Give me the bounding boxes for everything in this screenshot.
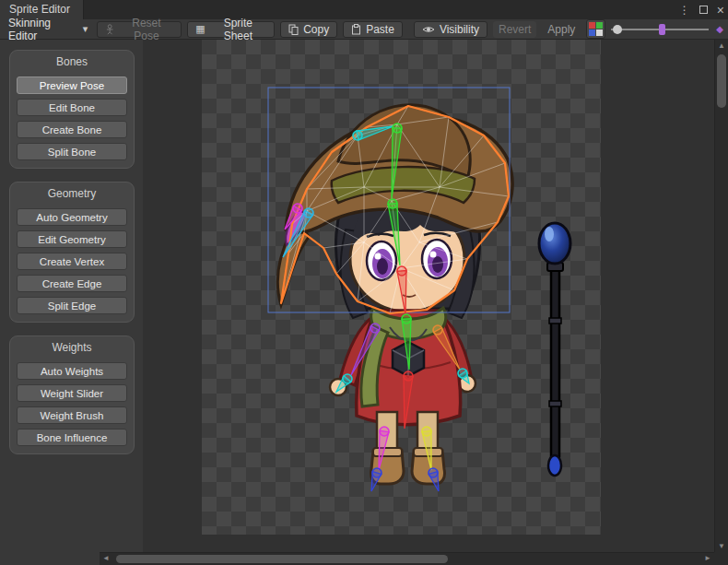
sprite-sheet-button[interactable]: ▦ Sprite Sheet — [187, 21, 275, 38]
close-icon[interactable]: × — [717, 3, 724, 18]
horizontal-scrollbar[interactable]: ◄ ► — [100, 552, 714, 565]
create-edge-button[interactable]: Create Edge — [17, 275, 127, 292]
tool-panel: Bones Preview Pose Edit Bone Create Bone… — [0, 40, 143, 552]
horizontal-scrollbar-thumb[interactable] — [116, 555, 448, 563]
edit-geometry-button[interactable]: Edit Geometry — [17, 230, 127, 248]
mode-dropdown-label: Skinning Editor — [8, 17, 78, 42]
bones-panel-title: Bones — [17, 53, 127, 72]
toolbar: Skinning Editor ▾ Reset Pose ▦ Sprite Sh… — [0, 19, 728, 40]
scroll-down-icon[interactable]: ▼ — [715, 542, 728, 550]
create-vertex-button[interactable]: Create Vertex — [17, 253, 127, 270]
reset-pose-button[interactable]: Reset Pose — [97, 21, 182, 38]
staff-sprite[interactable] — [539, 223, 570, 476]
auto-weights-button[interactable]: Auto Weights — [17, 362, 127, 380]
revert-button[interactable]: Revert — [493, 21, 536, 38]
split-bone-button[interactable]: Split Bone — [17, 143, 127, 160]
sprite-sheet-icon: ▦ — [195, 23, 205, 35]
weight-slider-button[interactable]: Weight Slider — [17, 384, 127, 402]
paste-icon — [351, 24, 361, 35]
eye-icon — [422, 25, 435, 34]
sprite-editor-window: Sprite Editor ⋮ × Skinning Editor ▾ Rese… — [0, 0, 728, 565]
reset-pose-icon — [105, 24, 114, 35]
preview-pose-button[interactable]: Preview Pose — [17, 77, 127, 94]
bone-influence-button[interactable]: Bone Influence — [17, 429, 127, 446]
geometry-panel: Geometry Auto Geometry Edit Geometry Cre… — [9, 182, 135, 323]
overlay-opacity-slider[interactable] — [611, 22, 709, 37]
scroll-left-icon[interactable]: ◄ — [102, 554, 110, 562]
copy-button[interactable]: Copy — [280, 21, 337, 38]
weight-brush-button[interactable]: Weight Brush — [17, 406, 127, 424]
chevron-down-icon: ▾ — [83, 23, 88, 35]
sprite-color-toggle-icon[interactable] — [586, 19, 605, 39]
vertical-scrollbar[interactable]: ▲ ▼ — [714, 40, 728, 552]
scroll-right-icon[interactable]: ► — [704, 554, 711, 562]
vertical-scrollbar-thumb[interactable] — [717, 54, 726, 108]
purple-marker-icon: ◆ — [716, 24, 723, 34]
visibility-button[interactable]: Visibility — [414, 21, 487, 38]
copy-icon — [288, 24, 299, 35]
weights-panel-title: Weights — [17, 339, 127, 358]
scroll-up-icon[interactable]: ▲ — [715, 41, 728, 50]
maximize-icon[interactable] — [699, 6, 708, 14]
sprite-artwork — [143, 40, 714, 552]
weights-panel: Weights Auto Weights Weight Slider Weigh… — [9, 335, 135, 454]
edit-bone-button[interactable]: Edit Bone — [17, 99, 127, 116]
slider-knob[interactable] — [613, 25, 622, 34]
apply-button[interactable]: Apply — [542, 21, 581, 38]
geometry-panel-title: Geometry — [17, 185, 127, 204]
window-menu-icon[interactable]: ⋮ — [679, 4, 690, 17]
slider-alt-handle[interactable] — [659, 24, 665, 35]
canvas-viewport[interactable] — [143, 40, 714, 552]
split-edge-button[interactable]: Split Edge — [17, 297, 127, 314]
bones-panel: Bones Preview Pose Edit Bone Create Bone… — [9, 50, 135, 169]
paste-button[interactable]: Paste — [343, 21, 403, 38]
auto-geometry-button[interactable]: Auto Geometry — [17, 208, 127, 226]
create-bone-button[interactable]: Create Bone — [17, 121, 127, 138]
scrollbar-corner — [714, 552, 728, 565]
title-bar: Sprite Editor ⋮ × — [0, 0, 728, 19]
